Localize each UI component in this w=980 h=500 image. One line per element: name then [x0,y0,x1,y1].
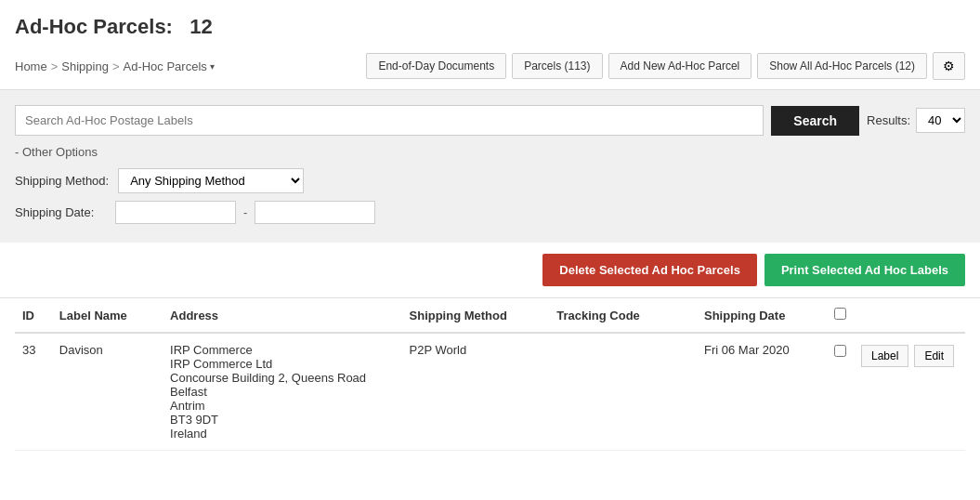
cell-shipping-date: Fri 06 Mar 2020 [697,333,826,451]
breadcrumb-sep-1: > [51,59,59,73]
cell-tracking-code [549,333,697,451]
parcels-button[interactable]: Parcels (113) [512,53,602,79]
shipping-method-label: Shipping Method: [15,174,109,188]
cell-address: IRP CommerceIRP Commerce LtdConcourse Bu… [163,333,401,451]
results-row: Results: 40 [867,108,965,133]
title-prefix: Ad-Hoc Parcels: [15,15,173,38]
action-bar: Delete Selected Ad Hoc Parcels Print Sel… [0,243,980,298]
shipping-date-to[interactable] [255,201,375,224]
col-tracking-code: Tracking Code [549,298,697,333]
results-select[interactable]: 40 [916,108,965,133]
show-all-parcels-button[interactable]: Show All Ad-Hoc Parcels (12) [757,53,927,79]
col-address: Address [163,298,401,333]
breadcrumb-current: Ad-Hoc Parcels ▾ [123,59,214,73]
breadcrumb-current-label: Ad-Hoc Parcels [123,59,206,73]
col-shipping-method: Shipping Method [402,298,550,333]
search-row: Search Results: 40 [15,105,965,136]
settings-gear-button[interactable]: ⚙ [933,52,965,80]
label-button[interactable]: Label [861,345,908,367]
breadcrumb-shipping[interactable]: Shipping [61,59,109,73]
cell-actions: Label Edit [854,333,965,451]
title-count: 12 [189,15,212,38]
row-actions: Label Edit [861,343,958,367]
edit-button[interactable]: Edit [914,345,954,367]
shipping-date-row: Shipping Date: - [15,201,965,224]
search-panel: Search Results: 40 Other Options Shippin… [0,90,980,243]
cell-checkbox [826,333,854,451]
cell-label-name: Davison [52,333,163,451]
breadcrumb-sep-2: > [112,59,120,73]
results-label: Results: [867,113,910,127]
breadcrumb: Home > Shipping > Ad-Hoc Parcels ▾ [15,59,215,73]
col-shipping-date: Shipping Date [697,298,826,333]
cell-id: 33 [15,333,52,451]
end-of-day-button[interactable]: End-of-Day Documents [366,53,506,79]
row-checkbox[interactable] [834,345,846,357]
add-new-parcel-button[interactable]: Add New Ad-Hoc Parcel [608,53,752,79]
select-all-checkbox[interactable] [834,308,846,320]
col-label-name: Label Name [52,298,163,333]
chevron-down-icon: ▾ [210,61,215,72]
col-select-all [826,298,854,333]
shipping-method-select[interactable]: Any Shipping Method P2P World Standard P… [118,168,304,193]
table-container: ID Label Name Address Shipping Method Tr… [0,298,980,451]
cell-shipping-method: P2P World [402,333,550,451]
breadcrumb-home[interactable]: Home [15,59,47,73]
top-buttons: End-of-Day Documents Parcels (113) Add N… [366,52,965,80]
shipping-date-from[interactable] [115,201,236,224]
col-actions [854,298,965,333]
parcels-table: ID Label Name Address Shipping Method Tr… [15,298,965,451]
search-button[interactable]: Search [771,106,859,136]
search-input[interactable] [15,105,764,136]
table-row: 33 Davison IRP CommerceIRP Commerce LtdC… [15,333,965,451]
breadcrumb-bar: Home > Shipping > Ad-Hoc Parcels ▾ End-o… [0,46,980,90]
page-title: Ad-Hoc Parcels: 12 [15,15,965,39]
shipping-method-row: Shipping Method: Any Shipping Method P2P… [15,168,965,193]
page-header: Ad-Hoc Parcels: 12 [0,0,980,46]
col-id: ID [15,298,52,333]
delete-selected-button[interactable]: Delete Selected Ad Hoc Parcels [542,254,757,286]
print-selected-button[interactable]: Print Selected Ad Hoc Labels [764,254,965,286]
other-options-toggle[interactable]: Other Options [15,145,965,159]
date-separator: - [243,205,247,219]
shipping-date-label: Shipping Date: [15,205,108,219]
